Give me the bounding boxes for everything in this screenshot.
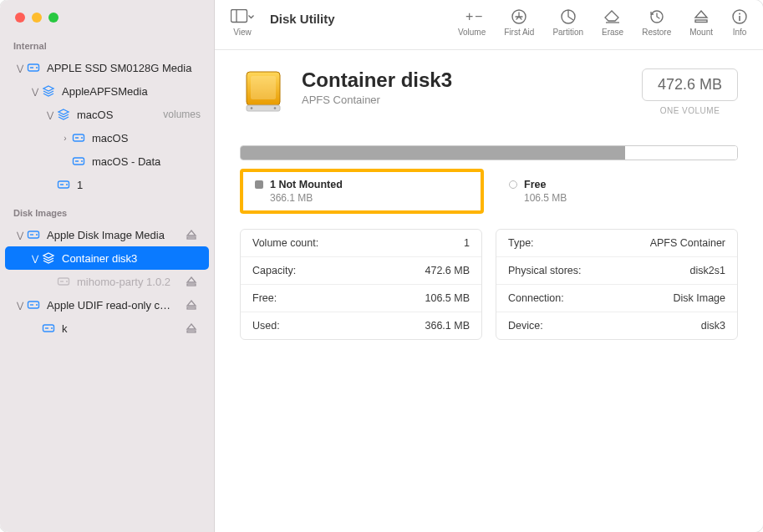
toolbar-item-label: Volume xyxy=(458,28,486,37)
info-value: 106.5 MB xyxy=(425,292,470,304)
sidebar-item[interactable]: ⋁AppleAPFSMedia xyxy=(5,79,209,103)
hard-drive-icon xyxy=(27,61,40,74)
firstaid-icon xyxy=(511,8,527,25)
info-key: Type: xyxy=(508,237,534,249)
disclosure-triangle[interactable]: ⋁ xyxy=(30,87,40,96)
volume-stack-icon xyxy=(42,251,55,265)
eject-icon[interactable] xyxy=(186,229,201,241)
info-col-right: Type:APFS ContainerPhysical stores:disk2… xyxy=(496,229,738,340)
toolbar: View Disk Utility +−VolumeFirst AidParti… xyxy=(215,0,763,50)
sidebar-item-label: 1 xyxy=(77,179,201,191)
disclosure-triangle[interactable]: ⋁ xyxy=(45,110,55,119)
eject-icon[interactable] xyxy=(186,276,201,287)
sidebar-layout-icon xyxy=(231,9,254,24)
erase-button[interactable]: Erase xyxy=(602,8,623,37)
disclosure-triangle[interactable]: ⋁ xyxy=(30,254,40,263)
sidebar-item-label: AppleAPFSMedia xyxy=(62,85,201,98)
sidebar-item[interactable]: ⋁Apple UDIF read-only c… xyxy=(5,293,209,317)
legend-value: 106.5 MB xyxy=(524,192,723,204)
disclosure-triangle[interactable]: › xyxy=(60,134,70,143)
disclosure-triangle[interactable]: ⋁ xyxy=(15,301,25,310)
svg-rect-39 xyxy=(739,16,740,21)
usage-bar xyxy=(240,145,738,160)
info-key: Connection: xyxy=(508,292,564,304)
volume-stack-icon xyxy=(57,108,70,121)
info-value: 1 xyxy=(464,237,470,249)
volume-button[interactable]: +−Volume xyxy=(458,8,486,37)
hard-drive-icon xyxy=(27,298,40,312)
svg-point-44 xyxy=(274,107,277,109)
view-label: View xyxy=(233,28,252,37)
volume-icon: +− xyxy=(460,8,484,25)
disclosure-triangle[interactable]: ⋁ xyxy=(15,63,25,73)
hard-drive-icon xyxy=(57,178,70,191)
minimize-window-button[interactable] xyxy=(32,13,42,23)
sidebar-item-label: mihomo-party 1.0.2 xyxy=(77,276,186,288)
legend-item[interactable]: 1 Not Mounted 366.1 MB xyxy=(240,169,484,214)
svg-rect-41 xyxy=(251,76,276,99)
mount-button[interactable]: Mount xyxy=(689,8,713,37)
toolbar-item-label: Info xyxy=(733,28,747,37)
close-window-button[interactable] xyxy=(15,13,25,23)
toolbar-item-label: Restore xyxy=(642,28,671,37)
svg-point-43 xyxy=(251,107,253,109)
toolbar-item-label: Mount xyxy=(689,28,713,37)
eject-icon[interactable] xyxy=(186,299,201,311)
sidebar-item-label: macOS - Data xyxy=(92,155,201,168)
sidebar-item[interactable]: k xyxy=(5,317,209,340)
svg-point-1 xyxy=(36,67,38,68)
info-row: Device:disk3 xyxy=(496,312,737,339)
sidebar-item-label: Container disk3 xyxy=(62,252,201,265)
legend-title: Free xyxy=(524,179,546,190)
info-value: 472.6 MB xyxy=(425,265,470,276)
sidebar-item[interactable]: ⋁Container disk3 xyxy=(5,246,209,270)
toolbar-item-label: Partition xyxy=(552,28,583,37)
sidebar-item[interactable]: ›macOS xyxy=(5,126,209,149)
view-menu[interactable]: View xyxy=(230,8,255,37)
firstaid-button[interactable]: First Aid xyxy=(504,8,534,37)
svg-text:+: + xyxy=(465,9,473,23)
legend-item[interactable]: Free 106.5 MB xyxy=(494,169,738,214)
info-row: Capacity:472.6 MB xyxy=(241,257,481,285)
hard-drive-icon xyxy=(27,228,40,241)
hard-drive-icon xyxy=(72,131,85,144)
erase-icon xyxy=(603,8,622,25)
info-key: Capacity: xyxy=(252,265,296,276)
disk-drive-icon xyxy=(240,68,287,115)
info-col-left: Volume count:1Capacity:472.6 MBFree:106.… xyxy=(240,229,482,340)
svg-point-17 xyxy=(66,281,68,282)
sidebar-item[interactable]: mihomo-party 1.0.2 xyxy=(5,270,209,293)
sidebar-item[interactable]: ⋁APPLE SSD SM0128G Media xyxy=(5,56,209,79)
zoom-window-button[interactable] xyxy=(48,13,58,23)
mount-icon xyxy=(693,8,710,25)
info-value: Disk Image xyxy=(673,292,725,304)
eject-icon[interactable] xyxy=(186,322,201,334)
info-row: Connection:Disk Image xyxy=(496,285,737,312)
hard-drive-icon xyxy=(42,322,55,335)
restore-icon xyxy=(649,8,665,25)
info-button[interactable]: Info xyxy=(731,8,748,37)
sidebar-section-header: Internal xyxy=(0,38,214,56)
sidebar-item[interactable]: ⋁Apple Disk Image Media xyxy=(5,223,209,246)
info-key: Volume count: xyxy=(252,237,318,249)
legend-title: 1 Not Mounted xyxy=(270,179,343,190)
restore-button[interactable]: Restore xyxy=(642,8,671,37)
svg-rect-36 xyxy=(695,20,707,23)
info-key: Used: xyxy=(252,320,280,332)
capacity-value: 472.6 MB xyxy=(642,68,738,101)
disclosure-triangle[interactable]: ⋁ xyxy=(15,231,25,240)
info-icon xyxy=(731,8,748,25)
info-value: disk3 xyxy=(701,320,725,332)
window-controls xyxy=(0,8,214,38)
svg-rect-23 xyxy=(187,307,196,309)
legend-swatch xyxy=(255,180,263,189)
disk-subtitle: APFS Container xyxy=(302,94,627,106)
main-panel: View Disk Utility +−VolumeFirst AidParti… xyxy=(215,0,763,532)
info-row: Type:APFS Container xyxy=(496,230,737,257)
sidebar-item[interactable]: 1 xyxy=(5,173,209,196)
svg-point-21 xyxy=(36,304,38,306)
sidebar-item[interactable]: ⋁macOSvolumes xyxy=(5,103,209,126)
sidebar-item[interactable]: macOS - Data xyxy=(5,149,209,173)
partition-button[interactable]: Partition xyxy=(552,8,583,37)
info-row: Free:106.5 MB xyxy=(241,285,481,312)
